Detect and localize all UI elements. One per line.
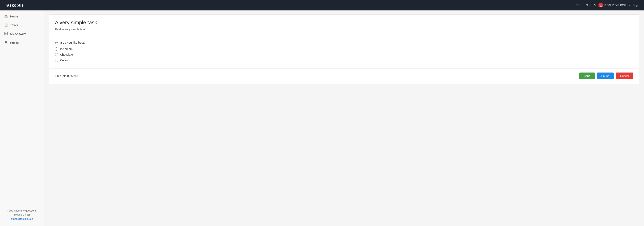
main-layout: 🏠 Home 📋 Tasks	[0, 10, 644, 226]
sidebar-link-profile[interactable]: Profile	[0, 38, 44, 47]
sep2: |	[590, 3, 591, 7]
svg-rect-0	[5, 32, 8, 35]
sidebar-label-home: Home	[10, 15, 18, 18]
task-title: A very simple task	[55, 19, 633, 26]
sidebar-item-home[interactable]: 🏠 Home	[0, 12, 44, 21]
balance-dropdown-arrow[interactable]: ▼	[628, 4, 630, 7]
cancel-button[interactable]: Cancel	[616, 73, 633, 79]
send-button[interactable]: Send	[580, 73, 595, 79]
sidebar-link-my-answers[interactable]: My Answers	[0, 29, 44, 38]
sep1: |	[584, 3, 584, 7]
time-left: Time left: 00:59:56	[55, 74, 78, 78]
sidebar-footer: If you have any questions, please e-mail…	[0, 205, 44, 226]
radio-coffee[interactable]	[55, 59, 58, 62]
navbar-right: BCH | $ | ↻ △ 0.00211649 BCH ▼ Logo	[576, 3, 639, 8]
sidebar-help-text1: If you have any questions,	[7, 209, 37, 212]
task-footer: Time left: 00:59:56 Send Pause Cancel	[49, 69, 639, 84]
task-header: A very simple task Really-really simple …	[49, 15, 639, 35]
sidebar-link-home[interactable]: 🏠 Home	[0, 12, 44, 21]
radio-group: Ice cream Chocolate Coffee	[55, 47, 633, 62]
tasks-icon: 📋	[4, 23, 8, 27]
home-icon: 🏠	[4, 14, 8, 18]
footer-actions: Send Pause Cancel	[580, 73, 633, 79]
option-label-coffee: Coffee	[60, 59, 68, 62]
sidebar-item-profile[interactable]: Profile	[0, 38, 44, 47]
sidebar-nav: 🏠 Home 📋 Tasks	[0, 12, 44, 47]
sidebar-item-my-answers[interactable]: My Answers	[0, 29, 44, 38]
option-ice-cream[interactable]: Ice cream	[55, 47, 633, 51]
sidebar-help-text2: please e-mail	[14, 213, 30, 216]
sidebar: 🏠 Home 📋 Tasks	[0, 10, 44, 226]
alert-icon: △	[598, 3, 603, 7]
sidebar-item-tasks[interactable]: 📋 Tasks	[0, 21, 44, 29]
task-body: What do you like best? Ice cream Chocola…	[49, 35, 639, 69]
dollar-label: $	[586, 3, 588, 7]
app-brand: Taskopus	[5, 3, 24, 8]
task-subtitle: Really-really simple task	[55, 28, 633, 31]
sidebar-label-my-answers: My Answers	[10, 32, 26, 36]
currency-label: BCH	[576, 3, 582, 7]
sidebar-link-tasks[interactable]: 📋 Tasks	[0, 21, 44, 29]
radio-chocolate[interactable]	[55, 53, 58, 56]
radio-ice-cream[interactable]	[55, 47, 58, 51]
balance-display: 0.00211649 BCH	[604, 3, 626, 7]
option-coffee[interactable]: Coffee	[55, 59, 633, 62]
my-answers-icon	[4, 32, 8, 36]
question-label: What do you like best?	[55, 41, 633, 44]
content-area: A very simple task Really-really simple …	[44, 10, 644, 226]
profile-icon	[4, 41, 8, 45]
option-chocolate[interactable]: Chocolate	[55, 53, 633, 56]
task-card: A very simple task Really-really simple …	[49, 14, 639, 84]
sidebar-label-profile: Profile	[10, 41, 19, 44]
logout-link[interactable]: Logo	[633, 3, 639, 7]
svg-point-1	[6, 41, 7, 42]
pause-button[interactable]: Pause	[597, 73, 614, 79]
option-label-chocolate: Chocolate	[60, 53, 73, 56]
sidebar-help-email[interactable]: simon@taskopus.io	[11, 217, 34, 220]
sidebar-label-tasks: Tasks	[10, 23, 18, 27]
refresh-button[interactable]: ↻	[593, 3, 597, 8]
option-label-ice-cream: Ice cream	[60, 47, 72, 51]
navbar: Taskopus BCH | $ | ↻ △ 0.00211649 BCH ▼ …	[0, 0, 644, 10]
